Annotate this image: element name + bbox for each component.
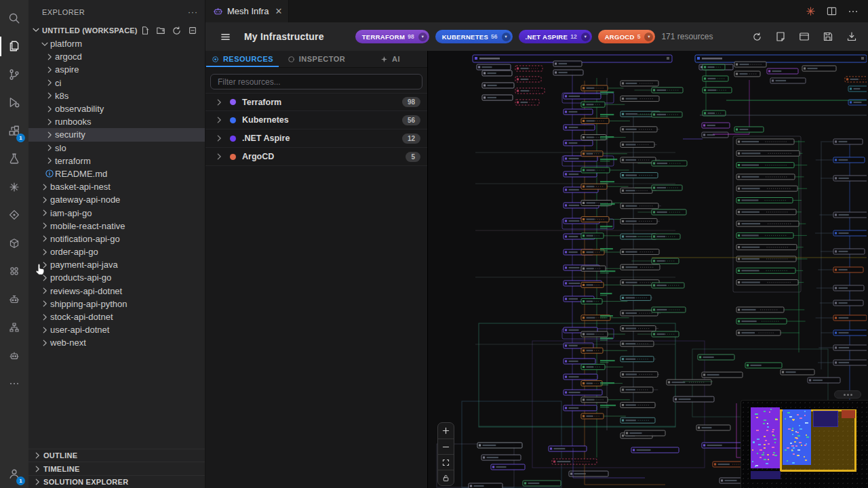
badge-argocd[interactable]: ARGOCD 5 ▼: [598, 30, 656, 43]
new-folder-icon[interactable]: [156, 26, 165, 36]
panel-tab-label: AI: [392, 55, 400, 63]
section-solution-explorer[interactable]: SOLUTION EXPLORER: [28, 475, 205, 488]
close-icon[interactable]: ✕: [275, 6, 282, 16]
activity-diamond-icon[interactable]: [0, 201, 28, 230]
panel-tab-ai[interactable]: AI: [353, 51, 427, 67]
tree-item-readme-md[interactable]: README.md: [28, 167, 205, 180]
chevron-right-icon: [214, 115, 224, 125]
tree-item-slo[interactable]: slo: [28, 142, 205, 155]
refresh-icon[interactable]: [172, 26, 182, 36]
workspace-row[interactable]: UNTITLED (WORKSPACE): [28, 24, 205, 37]
more-actions-icon[interactable]: [848, 6, 859, 17]
activity-robot2-icon[interactable]: [0, 342, 28, 370]
activity-org-icon[interactable]: [0, 314, 28, 342]
tree-item-security[interactable]: security: [28, 128, 205, 141]
activity-source-control-icon[interactable]: [0, 60, 28, 89]
tree-item-runbooks[interactable]: runbooks: [28, 115, 205, 128]
tree-item-reviews-api-dotnet[interactable]: reviews-api-dotnet: [28, 285, 205, 298]
group-kubernetes[interactable]: Kubernetes 56: [205, 111, 427, 129]
chevron-down-icon: [39, 39, 50, 49]
activity-beaker-icon[interactable]: [0, 145, 28, 174]
chevron-down-icon[interactable]: ▼: [581, 33, 590, 41]
badge-count: 98: [408, 33, 414, 40]
tree-item-notification-api-go[interactable]: notification-api-go: [28, 232, 205, 245]
chevron-right-icon: [44, 65, 55, 75]
activity-files-icon[interactable]: [0, 33, 28, 61]
infra-header: My Infrastructure TERRAFORM 98 ▼KUBERNET…: [205, 22, 868, 51]
group--net-aspire[interactable]: .NET Aspire 12: [205, 129, 427, 148]
activity-search-icon[interactable]: [0, 4, 28, 33]
tree-item-mobile-react-native[interactable]: mobile-react-native: [28, 220, 205, 232]
minimap-cluster-red: [842, 410, 855, 418]
panel-tab-inspector[interactable]: INSPECTOR: [279, 51, 353, 67]
tree-item-aspire[interactable]: aspire: [28, 63, 205, 76]
section-label: OUTLINE: [43, 451, 77, 460]
badge-terraform[interactable]: TERRAFORM 98 ▼: [355, 30, 429, 43]
tree-item-label: runbooks: [55, 117, 91, 127]
badge-kubernetes[interactable]: KUBERNETES 56 ▼: [435, 30, 513, 43]
chevron-down-icon[interactable]: ▼: [644, 33, 653, 41]
new-file-icon[interactable]: [140, 26, 150, 36]
error-burst-icon[interactable]: [806, 6, 816, 16]
tree-item-label: stock-api-dotnet: [50, 312, 113, 322]
menu-icon[interactable]: [220, 32, 231, 42]
badge--net-aspire[interactable]: .NET ASPIRE 12 ▼: [519, 30, 592, 43]
tree-item-iam-api-go[interactable]: iam-api-go: [28, 206, 205, 219]
panel-icon[interactable]: [799, 31, 810, 42]
tree-item-products-api-go[interactable]: products-api-go: [28, 271, 205, 284]
tree-item-web-next[interactable]: web-next: [28, 336, 205, 349]
group-dot: [230, 99, 236, 105]
minimap[interactable]: [741, 400, 868, 488]
activity-robot-icon[interactable]: [0, 285, 28, 314]
tree-item-observability[interactable]: observability: [28, 102, 205, 115]
tab-mesh-infra[interactable]: Mesh Infra ✕: [205, 0, 289, 22]
activity-account-icon[interactable]: 1: [0, 460, 28, 488]
activity-cube-icon[interactable]: [0, 229, 28, 258]
filter-input[interactable]: [210, 74, 422, 89]
sidebar-sections: OUTLINETIMELINESOLUTION EXPLORER: [28, 449, 205, 488]
tree-item-shipping-api-python[interactable]: shipping-api-python: [28, 298, 205, 310]
chevron-right-icon: [44, 78, 55, 87]
activity-more-icon[interactable]: [0, 370, 28, 399]
activity-debug-icon[interactable]: [0, 89, 28, 117]
section-outline[interactable]: OUTLINE: [28, 449, 205, 462]
tree-item-label: slo: [55, 143, 66, 153]
activity-circles-icon[interactable]: [0, 258, 28, 286]
save-icon[interactable]: [823, 31, 833, 42]
sidebar-more-icon[interactable]: ···: [188, 7, 198, 17]
tree-item-payment-api-java[interactable]: payment-api-java: [28, 258, 205, 271]
group-terraform[interactable]: Terraform 98: [205, 93, 427, 111]
zoom-fit-button[interactable]: [438, 454, 454, 470]
chevron-down-icon[interactable]: ▼: [418, 33, 427, 41]
zoom-lock-button[interactable]: [438, 470, 454, 485]
tree-item-gateway-api-node[interactable]: gateway-api-node: [28, 193, 205, 206]
vscode-window: 11 EXPLORER ··· UNTITLED (WORKSPACE) pla…: [0, 0, 868, 488]
tree-item-order-api-go[interactable]: order-api-go: [28, 245, 205, 258]
activity-burst-icon[interactable]: [0, 173, 28, 201]
zoom-minus-button[interactable]: [438, 439, 454, 454]
tree-item-basket-api-nest[interactable]: basket-api-nest: [28, 180, 205, 193]
tree-item-ci[interactable]: ci: [28, 77, 205, 89]
download-icon[interactable]: [846, 31, 857, 42]
tree-item-k8s[interactable]: k8s: [28, 89, 205, 102]
refresh-icon[interactable]: [752, 32, 762, 42]
panel-tab-resources[interactable]: RESOURCES: [205, 51, 279, 67]
note-icon[interactable]: [775, 31, 786, 42]
tree-item-stock-api-dotnet[interactable]: stock-api-dotnet: [28, 310, 205, 323]
chevron-down-icon[interactable]: ▼: [502, 33, 511, 41]
group-argocd[interactable]: ArgoCD 5: [205, 148, 427, 166]
tree-item-label: iam-api-go: [50, 208, 92, 218]
group-label: .NET Aspire: [242, 134, 290, 143]
tree-item-user-api-dotnet[interactable]: user-api-dotnet: [28, 323, 205, 336]
tree-item-terraform[interactable]: terraform: [28, 155, 205, 167]
split-editor-icon[interactable]: [827, 6, 837, 16]
tree-item-argocd[interactable]: argocd: [28, 50, 205, 63]
zoom-plus-button[interactable]: [438, 423, 454, 439]
section-timeline[interactable]: TIMELINE: [28, 462, 205, 474]
tree-item-platform[interactable]: platform: [28, 37, 205, 50]
activity-extensions-icon[interactable]: 1: [0, 117, 28, 145]
tree-item-label: products-api-go: [50, 272, 111, 283]
chevron-right-icon: [31, 451, 43, 460]
graph-canvas[interactable]: [428, 51, 868, 488]
collapse-all-icon[interactable]: [188, 26, 197, 36]
